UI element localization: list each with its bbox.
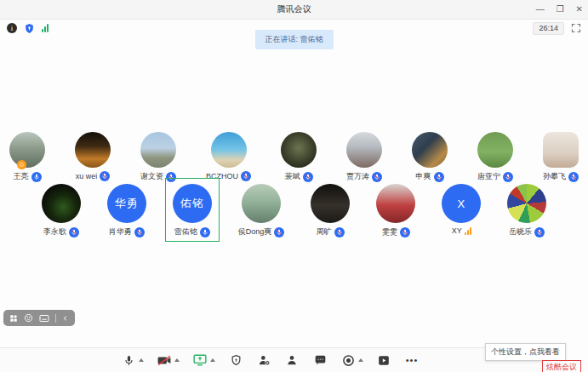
participant-tile[interactable]: 雯雯 [368, 178, 423, 242]
participant-tile[interactable]: 华勇肖华勇 [100, 178, 154, 242]
camera-off-button[interactable] [157, 352, 172, 368]
emoji-icon[interactable] [24, 313, 33, 323]
quick-reaction-bar [3, 310, 75, 326]
invite-toolbar-item [256, 352, 271, 368]
security-toolbar-item [228, 352, 243, 368]
participant-name: 岳晓乐 [509, 226, 532, 238]
meeting-info-icon[interactable]: i [7, 23, 17, 33]
members-button[interactable] [284, 352, 300, 368]
maximize-button[interactable]: ❐ [557, 5, 564, 14]
screen-share-button[interactable] [192, 352, 208, 368]
more-toolbar-item: ••• [404, 352, 420, 368]
microphone-caret-icon[interactable] [139, 358, 144, 362]
apps-button[interactable] [376, 352, 391, 368]
keyboard-icon[interactable] [39, 314, 49, 323]
members-toolbar-item [284, 352, 300, 368]
initials-avatar: X [442, 184, 481, 223]
more-button[interactable]: ••• [404, 352, 420, 368]
initials-avatar: 华勇 [107, 184, 146, 223]
photo-avatar [242, 184, 281, 223]
photo-avatar [281, 132, 317, 168]
participant-name-row: XY [452, 226, 471, 235]
camera-off-caret-icon[interactable] [174, 358, 180, 362]
security-button[interactable] [228, 352, 243, 368]
bottom-toolbar: ••• [0, 347, 564, 372]
meeting-timer: 26:14 [533, 22, 564, 35]
photo-avatar [346, 132, 382, 168]
title-bar: 腾讯会议 — ❐ ✕ [0, 0, 588, 20]
close-button[interactable]: ✕ [576, 5, 583, 14]
photo-avatar [477, 132, 513, 168]
mic-muted-icon [334, 227, 345, 238]
participant-name: 肖华勇 [109, 226, 132, 238]
camera-off-toolbar-item [157, 352, 180, 368]
photo-avatar [376, 184, 415, 223]
photo-avatar [543, 132, 579, 168]
record-caret-icon[interactable] [358, 358, 363, 362]
fullscreen-icon[interactable] [571, 23, 581, 33]
screen-share-caret-icon[interactable] [210, 358, 215, 362]
avatar-initials: X [442, 184, 481, 223]
reaction-badge-icon: ☺ [17, 160, 26, 169]
participant-tile[interactable]: xu wei [67, 126, 118, 186]
apps-grid-icon[interactable] [9, 314, 18, 323]
network-signal-icon[interactable] [42, 24, 49, 32]
participant-tile[interactable]: 李永歌 [34, 178, 88, 242]
participant-tile[interactable]: 侯Dong爽 [231, 178, 293, 242]
participant-tile[interactable]: 佑铭雷佑铭 [165, 178, 220, 242]
participant-tile[interactable]: 岳晓乐 [500, 178, 554, 242]
microphone-button[interactable] [121, 352, 136, 368]
record-toolbar-item [340, 352, 363, 368]
window-controls: — ❐ ✕ [536, 0, 583, 19]
poor-network-icon [465, 227, 471, 235]
speaking-banner: 正在讲话: 雷佑铭 [254, 30, 333, 49]
mic-muted-icon [274, 227, 284, 238]
security-shield-icon[interactable] [24, 23, 35, 34]
status-icons: i [7, 23, 49, 34]
record-button[interactable] [340, 352, 356, 368]
participant-name: 雯雯 [382, 226, 397, 238]
photo-avatar: ☺ [9, 132, 45, 168]
participant-name: 周旷 [317, 226, 332, 238]
participant-name-row: 雯雯 [382, 226, 410, 238]
participant-tile[interactable]: 周旷 [303, 178, 357, 242]
meeting-window: 腾讯会议 — ❐ ✕ i 26:14 正在讲话: 雷佑铭 ☺王亮xu wei谢文… [0, 0, 588, 372]
chat-toolbar-item [312, 352, 328, 368]
participant-row-2: 李永歌华勇肖华勇佑铭雷佑铭侯Dong爽周旷雯雯XXY岳晓乐 [0, 178, 588, 242]
window-title: 腾讯会议 [277, 3, 311, 15]
participant-name: 雷佑铭 [174, 226, 197, 238]
participant-tile[interactable]: XXY [434, 178, 488, 239]
invite-button[interactable] [256, 352, 271, 368]
mic-muted-icon [134, 227, 145, 238]
photo-avatar [507, 184, 546, 223]
photo-avatar [211, 132, 247, 168]
avatar-initials: 华勇 [107, 184, 146, 223]
participant-name-row: 岳晓乐 [509, 226, 545, 238]
collapse-icon[interactable] [62, 315, 69, 322]
photo-avatar [140, 132, 176, 168]
participant-name-row: 雷佑铭 [174, 226, 210, 238]
chat-button[interactable] [312, 352, 328, 368]
photo-avatar [311, 184, 350, 223]
participant-name: 侯Dong爽 [238, 226, 272, 238]
status-right: 26:14 [533, 22, 581, 35]
mic-muted-icon [400, 227, 410, 238]
red-annotation-box: 炫酷会议 [542, 360, 581, 372]
photo-avatar [75, 132, 111, 168]
photo-avatar [412, 132, 448, 168]
personalization-tooltip: 个性设置，点我看看 [485, 343, 566, 361]
participant-name: XY [452, 226, 462, 235]
divider [55, 314, 56, 323]
participant-name-row: 李永歌 [43, 226, 79, 238]
mic-on-icon [200, 227, 210, 238]
apps-toolbar-item [376, 352, 391, 368]
participant-name-row: 侯Dong爽 [238, 226, 285, 238]
screen-share-toolbar-item [192, 352, 215, 368]
minimize-button[interactable]: — [536, 5, 545, 14]
avatar-initials: 佑铭 [173, 184, 212, 223]
microphone-toolbar-item [121, 352, 144, 368]
participant-name-row: 周旷 [317, 226, 345, 238]
photo-avatar [42, 184, 81, 223]
participant-tile[interactable]: BCZHOU [198, 126, 259, 186]
mic-muted-icon [534, 227, 545, 238]
